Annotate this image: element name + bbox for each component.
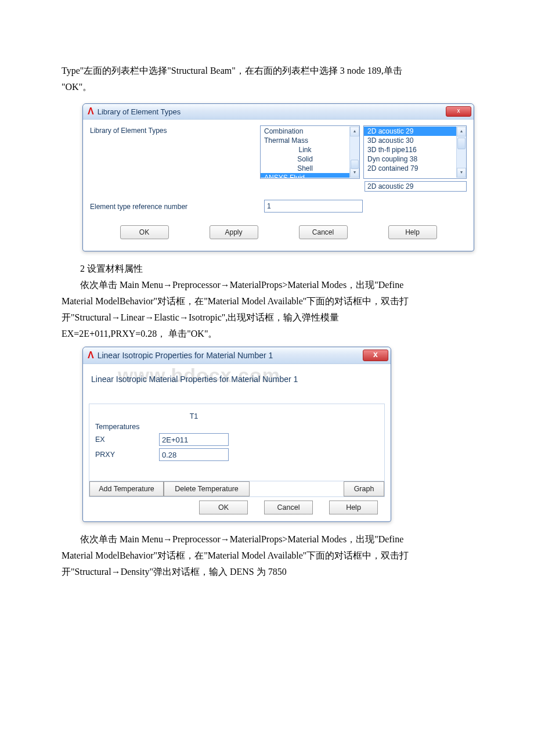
scroll-up-icon[interactable]: ▴ (350, 127, 359, 136)
library-label: Library of Element Types (90, 125, 260, 135)
paragraph-3b: Material ModelBehavior"对话框，在"Material Mo… (62, 549, 472, 563)
close-icon[interactable]: x (363, 350, 388, 361)
delete-temperature-button[interactable]: Delete Temperature (164, 481, 250, 496)
list-item[interactable]: Shell (261, 164, 349, 173)
row-label-temperatures: Temperatures (95, 423, 159, 431)
list-item[interactable]: 2D acoustic 29 (364, 127, 456, 136)
column-header-t1: T1 (159, 412, 229, 420)
ok-button[interactable]: OK (199, 501, 248, 514)
text: 开"Structural→Density"弹出对话框，输入 DENS 为 785… (62, 567, 287, 577)
ref-number-label: Element type reference number (90, 201, 264, 211)
text: 依次单击 Main Menu→Preprocessor→MaterialProp… (80, 534, 403, 544)
paragraph-2d: EX=2E+011,PRXY=0.28， 单击"OK"。 (62, 327, 472, 341)
row-label-ex: EX (95, 435, 159, 444)
scrollbar[interactable]: ▴ ▾ (349, 127, 359, 178)
dialog-titlebar[interactable]: Λ Library of Element Types x (83, 104, 474, 120)
help-button[interactable]: Help (329, 501, 378, 514)
text: Type"左面的列表栏中选择"Structural Beam"，在右面的列表栏中… (62, 66, 402, 75)
scrollbar-thumb[interactable] (457, 138, 466, 149)
paragraph-2b: Material ModelBehavior"对话框，在"Material Mo… (62, 294, 472, 308)
cancel-button[interactable]: Cancel (264, 501, 313, 514)
section-heading-2: 2 设置材料属性 (62, 262, 472, 276)
prxy-input[interactable] (159, 448, 229, 461)
dialog-titlebar[interactable]: Λ Linear Isotropic Properties for Materi… (83, 347, 391, 364)
cancel-button[interactable]: Cancel (299, 225, 348, 239)
paragraph-2c: 开"Structural→Linear→Elastic→Isotropic",出… (62, 311, 472, 325)
intro-paragraph-1b: "OK"。 (62, 80, 472, 94)
app-logo-icon: Λ (88, 106, 94, 117)
paragraph-3c: 开"Structural→Density"弹出对话框，输入 DENS 为 785… (62, 565, 472, 579)
dialog-subheader: Linear Isotropic Material Properties for… (89, 368, 385, 385)
list-item[interactable]: Combination (261, 127, 349, 136)
text: Material ModelBehavior"对话框，在"Material Mo… (62, 550, 409, 560)
ok-button[interactable]: OK (120, 225, 169, 239)
paragraph-3a: 依次单击 Main Menu→Preprocessor→MaterialProp… (62, 532, 472, 546)
scroll-up-icon[interactable]: ▴ (457, 127, 466, 136)
paragraph-2a: 依次单击 Main Menu→Preprocessor→MaterialProp… (62, 278, 472, 292)
properties-panel: T1 Temperatures EX PRXY Add Temperature … (89, 404, 385, 497)
help-button[interactable]: Help (388, 225, 437, 239)
app-logo-icon: Λ (88, 350, 94, 361)
text: Material ModelBehavior"对话框，在"Material Mo… (62, 296, 409, 306)
intro-paragraph-1: Type"左面的列表栏中选择"Structural Beam"，在右面的列表栏中… (62, 64, 472, 78)
scroll-down-icon[interactable]: ▾ (350, 168, 359, 178)
selected-type-readout: 2D acoustic 29 (365, 181, 467, 192)
list-item[interactable]: Dyn coupling 38 (364, 154, 456, 164)
text: EX=2E+011,PRXY=0.28， 单击"OK"。 (62, 329, 217, 339)
ref-number-input[interactable] (264, 200, 363, 213)
list-item[interactable]: 3D acoustic 30 (364, 136, 456, 145)
scrollbar-thumb[interactable] (351, 160, 359, 169)
ex-input[interactable] (159, 433, 229, 446)
type-listbox[interactable]: 2D acoustic 29 3D acoustic 30 3D th-fl p… (363, 125, 467, 179)
scrollbar[interactable]: ▴ ▾ (456, 127, 466, 178)
list-item[interactable]: Solid (261, 154, 349, 164)
dialog-title: Library of Element Types (98, 107, 181, 116)
library-of-element-types-dialog: Λ Library of Element Types x Library of … (82, 103, 474, 251)
list-item[interactable]: Thermal Mass (261, 136, 349, 145)
graph-button[interactable]: Graph (344, 481, 384, 496)
linear-isotropic-dialog: Λ Linear Isotropic Properties for Materi… (82, 347, 391, 522)
list-item[interactable]: 3D th-fl pipe116 (364, 145, 456, 154)
list-item[interactable]: 2D contained 79 (364, 164, 456, 173)
text: 2 设置材料属性 (80, 264, 143, 273)
text: 开"Structural→Linear→Elastic→Isotropic",出… (62, 312, 339, 322)
text: "OK"。 (62, 82, 92, 92)
apply-button[interactable]: Apply (210, 225, 258, 239)
add-temperature-button[interactable]: Add Temperature (89, 481, 164, 496)
row-label-prxy: PRXY (95, 451, 159, 459)
text: 依次单击 Main Menu→Preprocessor→MaterialProp… (80, 280, 403, 290)
scroll-down-icon[interactable]: ▾ (457, 168, 466, 178)
category-listbox[interactable]: Combination Thermal Mass Link Solid Shel… (260, 125, 360, 179)
close-icon[interactable]: x (446, 106, 471, 117)
list-item[interactable]: Link (261, 145, 349, 154)
dialog-title: Linear Isotropic Properties for Material… (98, 351, 273, 360)
list-item[interactable]: ANSYS Fluid (261, 173, 349, 178)
